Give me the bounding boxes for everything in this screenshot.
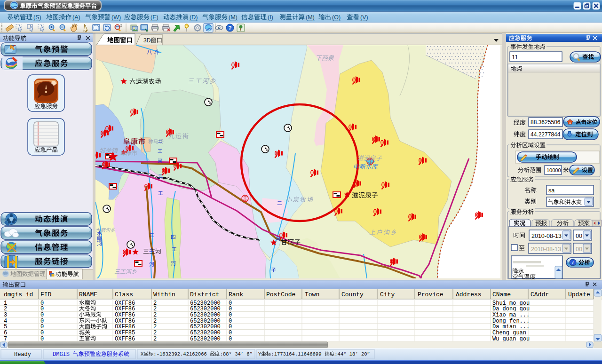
svg-text::-1632392.42162066: :-1632392.42162066 <box>153 351 206 357</box>
svg-text:00: 00 <box>576 233 582 239</box>
svg-text:(D): (D) <box>190 14 198 21</box>
svg-text:11: 11 <box>512 54 518 61</box>
svg-text:?: ? <box>228 25 231 32</box>
svg-text:Class: Class <box>115 291 133 298</box>
svg-text:(E): (E) <box>150 14 158 21</box>
svg-text:88.3625506: 88.3625506 <box>531 119 561 126</box>
svg-text:County: County <box>341 291 364 298</box>
svg-text:10000: 10000 <box>547 167 561 173</box>
svg-text:(M): (M) <box>306 14 315 21</box>
svg-text:RNAME: RNAME <box>79 291 97 298</box>
svg-text:2010-08-13: 2010-08-13 <box>531 233 562 239</box>
svg-text:(M): (M) <box>229 14 238 21</box>
svg-text:FID: FID <box>40 291 52 298</box>
svg-text:PostCode: PostCode <box>266 291 295 298</box>
svg-text:(V): (V) <box>360 14 368 21</box>
svg-text::44° 18’ 20”: :44° 18’ 20” <box>334 351 370 357</box>
svg-text:(S): (S) <box>33 14 41 21</box>
svg-text:DMGIS: DMGIS <box>53 351 70 358</box>
svg-text:Rank: Rank <box>229 291 243 298</box>
svg-text::88° 34’ 6”: :88° 34’ 6” <box>220 351 253 357</box>
svg-text:(A): (A) <box>72 14 80 21</box>
svg-text:Update: Update <box>568 291 590 298</box>
svg-text:3D: 3D <box>143 37 151 44</box>
svg-text:Provice: Provice <box>418 291 444 298</box>
svg-text:Town: Town <box>305 291 319 298</box>
svg-text:Y: Y <box>258 351 261 357</box>
svg-text:2010-08-13: 2010-08-13 <box>531 246 561 253</box>
svg-text:(I): (I) <box>268 14 273 21</box>
svg-text:District: District <box>190 291 219 298</box>
svg-text:sa: sa <box>548 187 554 194</box>
svg-text:City: City <box>380 291 395 298</box>
svg-text:dmgis_id: dmgis_id <box>4 291 33 298</box>
svg-text:Within: Within <box>153 291 175 298</box>
svg-text:CAddr: CAddr <box>531 291 549 298</box>
svg-text:CName: CName <box>492 291 511 298</box>
svg-text:X: X <box>141 351 144 357</box>
svg-text:00: 00 <box>576 246 582 253</box>
svg-text:(O): (O) <box>332 14 341 21</box>
svg-text:(W): (W) <box>111 14 121 21</box>
svg-text:44.2277844: 44.2277844 <box>531 131 561 138</box>
svg-text:Ready: Ready <box>14 351 31 358</box>
svg-text:Address: Address <box>456 291 482 298</box>
svg-text::1773164.11646699: :1773164.11646699 <box>271 351 321 357</box>
